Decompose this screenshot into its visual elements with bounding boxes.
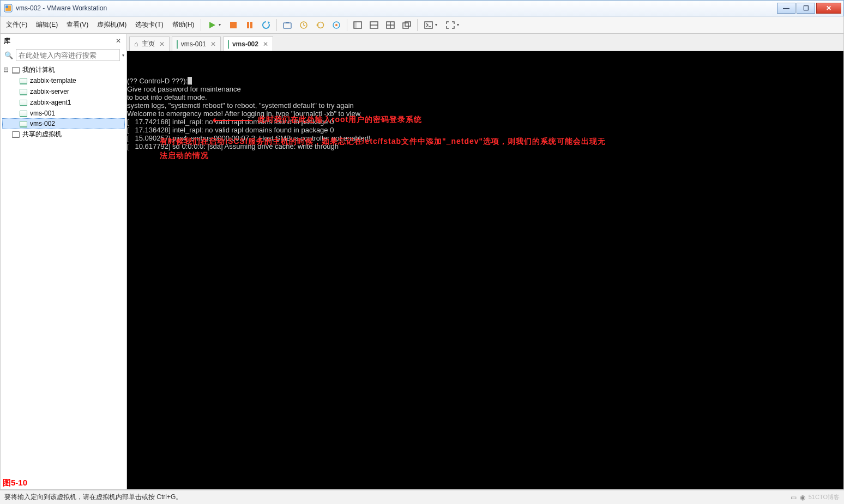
- library-title: 库: [4, 37, 10, 46]
- tab-label: vms-001: [181, 40, 206, 48]
- tab-vm-active[interactable]: vms-002 ✕: [223, 37, 273, 51]
- menu-edit[interactable]: 编辑(E): [32, 17, 62, 33]
- watermark: 51CTO博客: [809, 493, 840, 501]
- menu-view[interactable]: 查看(V): [62, 17, 93, 33]
- svg-rect-8: [284, 23, 291, 28]
- restart-button[interactable]: [259, 18, 273, 32]
- tab-vm[interactable]: vms-001 ✕: [172, 37, 221, 51]
- tab-label: vms-002: [232, 40, 258, 48]
- chevron-down-icon: ▾: [435, 22, 437, 27]
- tree-label: zabbix-template: [30, 77, 76, 84]
- tree-item-vm[interactable]: vms-001: [3, 108, 124, 119]
- view-detach-button[interactable]: [400, 18, 414, 32]
- clock-back-icon: [316, 21, 324, 29]
- snapshot-prev-button[interactable]: [313, 18, 327, 32]
- view-quad-icon: [386, 21, 395, 29]
- console-line: Welcome to emergency mode! After logging…: [127, 110, 843, 118]
- chevron-down-icon: ▾: [219, 22, 221, 27]
- tab-close-icon[interactable]: ✕: [209, 40, 216, 48]
- library-tree: ⊟ 我的计算机 zabbix-template zabbix-server za…: [1, 63, 126, 489]
- play-icon: [208, 21, 216, 29]
- tree-label: 我的计算机: [22, 65, 55, 75]
- toolbar-separator: [276, 19, 277, 31]
- status-bar: 要将输入定向到该虚拟机，请在虚拟机内部单击或按 Ctrl+G。 ▭ ◉ 51CT…: [0, 490, 844, 504]
- library-close-button[interactable]: ✕: [113, 37, 123, 45]
- vm-icon: [19, 88, 28, 95]
- view-detach-icon: [402, 21, 411, 29]
- menu-help[interactable]: 帮助(H): [168, 17, 199, 33]
- window-titlebar: vms-002 - VMware Workstation — ☐ ✕: [0, 0, 844, 16]
- power-on-button[interactable]: ▾: [204, 18, 224, 32]
- console-line: (?? Control-D ???):_: [127, 77, 843, 85]
- tree-label: zabbix-server: [30, 88, 69, 95]
- unity-button[interactable]: ▾: [421, 18, 441, 32]
- snapshot-revert-button[interactable]: [297, 18, 311, 32]
- tree-node-my-computer[interactable]: ⊟ 我的计算机: [3, 64, 124, 75]
- snapshot-manager-button[interactable]: [329, 18, 343, 32]
- svg-marker-12: [316, 23, 318, 27]
- menubar: 文件(F) 编辑(E) 查看(V) 虚拟机(M) 选项卡(T) 帮助(H) ▾: [0, 16, 844, 34]
- tree-item-vm-selected[interactable]: vms-002: [2, 118, 125, 129]
- console-line: to boot into default mode.: [127, 93, 843, 101]
- annotation-text-1: 此时我们在此处输入root用户的密码登录系统: [258, 116, 422, 124]
- power-off-button[interactable]: [226, 18, 240, 32]
- svg-rect-9: [286, 22, 289, 23]
- tree-label: vms-001: [30, 110, 55, 117]
- tab-close-icon[interactable]: ✕: [158, 40, 165, 48]
- menu-tabs[interactable]: 选项卡(T): [131, 17, 167, 33]
- snapshot-take-button[interactable]: [280, 18, 294, 32]
- app-icon: [4, 4, 13, 13]
- home-icon: ⌂: [134, 40, 138, 48]
- svg-rect-5: [247, 22, 249, 28]
- tree-node-shared[interactable]: 共享的虚拟机: [3, 129, 124, 139]
- unity-icon: [424, 21, 433, 29]
- tree-item-vm[interactable]: zabbix-template: [3, 75, 124, 86]
- tree-item-vm[interactable]: zabbix-agent1: [3, 97, 124, 108]
- tab-label: 主页: [142, 39, 155, 48]
- suspend-button[interactable]: [243, 18, 257, 32]
- svg-rect-6: [250, 22, 252, 28]
- status-device-icon[interactable]: ◉: [800, 494, 805, 501]
- minimize-button[interactable]: —: [777, 3, 795, 14]
- tree-item-vm[interactable]: zabbix-server: [3, 86, 124, 97]
- figure-label: 图5-10: [3, 478, 27, 488]
- svg-rect-22: [403, 23, 408, 28]
- stop-icon: [230, 21, 237, 29]
- tab-close-icon[interactable]: ✕: [262, 40, 268, 48]
- menu-vm[interactable]: 虚拟机(M): [93, 17, 131, 33]
- svg-rect-16: [354, 22, 357, 28]
- fullscreen-icon: [446, 21, 455, 29]
- status-device-icon[interactable]: ▭: [791, 494, 797, 501]
- view-single-button[interactable]: [351, 18, 365, 32]
- computer-icon: [11, 66, 20, 74]
- toolbar-separator: [417, 19, 418, 31]
- snapshot-manage-icon: [332, 21, 341, 29]
- clock-icon: [299, 21, 308, 29]
- svg-rect-23: [405, 22, 411, 26]
- view-single-icon: [353, 21, 362, 29]
- vm-icon: [177, 40, 178, 48]
- search-dropdown-icon[interactable]: ▾: [122, 53, 124, 58]
- view-split-button[interactable]: [367, 18, 381, 32]
- close-button[interactable]: ✕: [816, 3, 841, 14]
- toolbar-separator: [347, 19, 347, 31]
- view-quad-button[interactable]: [383, 18, 397, 32]
- svg-marker-3: [209, 22, 215, 28]
- refresh-icon: [262, 21, 270, 29]
- tab-home[interactable]: ⌂ 主页 ✕: [129, 37, 170, 51]
- vm-icon: [228, 40, 229, 48]
- search-icon: 🔍: [3, 51, 15, 59]
- maximize-button[interactable]: ☐: [797, 3, 815, 14]
- collapse-icon[interactable]: ⊟: [3, 66, 9, 74]
- vm-console[interactable]: (?? Control-D ???):_Give root password f…: [127, 51, 843, 489]
- vm-icon: [19, 110, 28, 117]
- svg-point-14: [335, 24, 337, 26]
- window-title: vms-002 - VMware Workstation: [16, 4, 776, 12]
- tree-label: 共享的虚拟机: [22, 130, 62, 139]
- menu-file[interactable]: 文件(F): [2, 17, 32, 33]
- console-line: [ 17.742168] intel_rapl: no valid rapl d…: [127, 118, 843, 126]
- library-search-input[interactable]: [16, 49, 120, 61]
- fullscreen-button[interactable]: ▾: [443, 18, 462, 32]
- annotation-arrow: [214, 120, 252, 121]
- pause-icon: [246, 21, 254, 29]
